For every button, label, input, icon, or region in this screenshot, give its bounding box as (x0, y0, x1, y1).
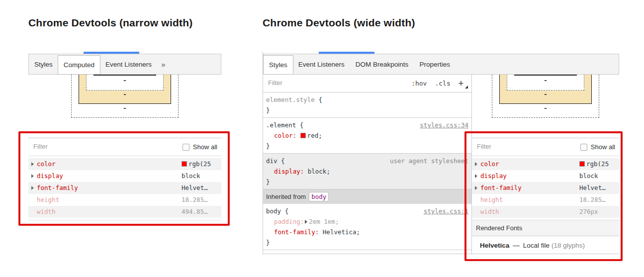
tab-event-listeners[interactable]: Event Listeners (293, 54, 350, 74)
expand-arrow-icon[interactable] (31, 162, 34, 166)
tab-computed[interactable]: Computed (58, 55, 100, 75)
styles-filter-input[interactable] (267, 79, 329, 87)
rendered-font-name: Helvetica (480, 242, 509, 249)
computed-sidebar: - - - Show all color (472, 75, 619, 254)
new-style-rule-button[interactable]: + (459, 78, 463, 89)
box-model-content-edge (93, 75, 156, 76)
computed-properties-section: Show all color rgb(25 display block (472, 138, 619, 255)
expand-arrow-icon[interactable] (31, 186, 34, 190)
rule-element-style: element.style { } (263, 92, 471, 118)
margin-value[interactable]: - (491, 105, 600, 111)
computed-properties-list: color rgb(25 display block font-family H… (28, 156, 221, 220)
inherited-from-bar: Inherited from body (263, 189, 471, 204)
computed-value: 494.85… (182, 206, 221, 218)
computed-value: 18.285… (579, 194, 619, 206)
computed-value: block (182, 170, 221, 182)
computed-row-width: width 276px (472, 206, 619, 218)
expand-arrow-icon[interactable] (31, 174, 34, 178)
expand-arrow-icon[interactable] (475, 186, 477, 190)
computed-row-font-family: font-family Helvet… (472, 182, 619, 194)
rendered-font-glyphs: (18 glyphs) (552, 242, 585, 249)
tab-event-listeners[interactable]: Event Listeners (100, 54, 157, 74)
rule-dot-element: styles.css:34.element { color: red; } (263, 118, 471, 154)
color-swatch[interactable] (579, 161, 585, 167)
expand-arrow-icon[interactable] (475, 174, 477, 178)
padding-value[interactable]: - (491, 78, 600, 84)
page: Chrome Devtools (narrow width) Chrome De… (0, 0, 644, 277)
computed-row-color: color rgb(25 (28, 158, 221, 170)
rendered-font-entry: Helvetica—Local file(18 glyphs) (472, 236, 619, 255)
stylesheet-link[interactable]: styles.css:34 (420, 120, 468, 130)
corner-triangle-icon (465, 86, 468, 89)
tab-styles[interactable]: Styles (263, 55, 293, 75)
computed-row-height: height 18.285… (28, 194, 221, 206)
body-tag-chip[interactable]: body (309, 192, 329, 201)
computed-row-display: display block (28, 170, 221, 182)
styles-filter-bar: :hov .cls + (263, 75, 471, 92)
computed-value: block (579, 170, 619, 182)
stylesheet-link[interactable]: styles.css:1 (424, 206, 468, 216)
devtools-panel-wide: Styles Event Listeners DOM Breakpoints P… (263, 52, 619, 254)
rendered-fonts-header: Rendered Fonts (472, 220, 619, 236)
tab-styles[interactable]: Styles (29, 54, 58, 74)
show-all-checkbox[interactable] (183, 144, 189, 151)
user-agent-origin: user agent stylesheet (390, 156, 468, 166)
tab-properties[interactable]: Properties (414, 54, 456, 74)
computed-properties-section: Show all color rgb(25 display block font… (28, 138, 221, 220)
margin-value[interactable]: - (71, 105, 179, 111)
rule-div-user-agent: user agent stylesheetdiv { display: bloc… (263, 154, 471, 189)
tab-dom-breakpoints[interactable]: DOM Breakpoints (350, 54, 414, 74)
wide-screenshot-title: Chrome Devtools (wide width) (263, 17, 415, 29)
computed-filter-bar: Show all (472, 138, 619, 156)
expand-arrow-icon[interactable] (475, 162, 477, 166)
show-all-label: Show all (591, 143, 615, 151)
computed-value: 18.285… (182, 194, 221, 206)
rendered-font-source: Local file (523, 242, 550, 249)
narrow-tab-bar: Styles Computed Event Listeners » (28, 54, 221, 75)
wide-tab-bar: Styles Event Listeners DOM Breakpoints P… (263, 54, 619, 75)
narrow-screenshot-title: Chrome Devtools (narrow width) (28, 17, 192, 29)
color-swatch[interactable] (300, 133, 306, 138)
computed-properties-list: color rgb(25 display block font-family H… (472, 156, 619, 220)
computed-filter-input[interactable] (476, 142, 548, 151)
computed-row-height: height 18.285… (472, 194, 619, 206)
border-value[interactable]: - (71, 92, 179, 97)
computed-value: Helvet… (579, 182, 619, 194)
computed-value: 276px (579, 206, 619, 218)
expand-shorthand-icon[interactable] (305, 220, 307, 224)
styles-toolbar: :hov .cls + (411, 75, 463, 92)
devtools-panel-narrow: Styles Computed Event Listeners » - - - … (28, 52, 221, 226)
show-all-control: Show all (183, 138, 217, 156)
computed-row-font-family: font-family Helvet… (28, 182, 221, 194)
styles-pane: :hov .cls + element.style { } styles.css… (263, 75, 472, 254)
computed-value: rgb(25 (586, 160, 609, 168)
computed-filter-input[interactable] (32, 142, 104, 151)
hover-state-button[interactable]: :hov (411, 78, 427, 89)
box-model-diagram: - - - (71, 75, 179, 118)
box-model-diagram: - - - (491, 75, 600, 118)
computed-value: Helvet… (182, 182, 221, 194)
computed-row-width: width 494.85… (28, 206, 221, 218)
color-swatch[interactable] (182, 161, 187, 167)
show-all-label: Show all (193, 143, 217, 151)
show-all-checkbox[interactable] (580, 144, 587, 151)
element-classes-button[interactable]: .cls (435, 78, 450, 89)
box-model-content-edge (514, 75, 577, 76)
padding-value[interactable]: - (71, 78, 179, 84)
computed-filter-bar: Show all (28, 138, 221, 156)
computed-value: rgb(25 (188, 160, 211, 168)
rule-body: styles.css:1body { padding:2em 1em; font… (263, 204, 471, 250)
border-value[interactable]: - (491, 92, 600, 97)
show-all-control: Show all (580, 138, 615, 156)
computed-row-color: color rgb(25 (472, 158, 619, 170)
computed-row-display: display block (472, 170, 619, 182)
wide-panel-content: :hov .cls + element.style { } styles.css… (263, 75, 619, 254)
more-tabs-chevron-icon[interactable]: » (157, 54, 169, 74)
